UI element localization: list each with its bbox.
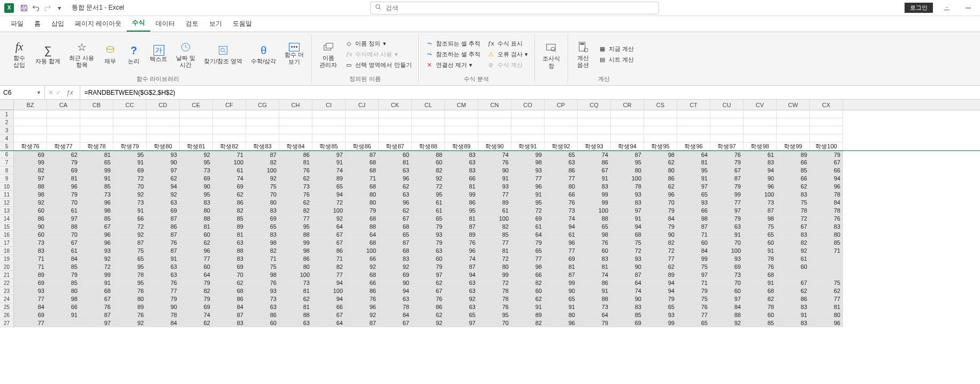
cell[interactable]: 66 bbox=[346, 279, 379, 287]
cell[interactable]: 75 bbox=[246, 263, 279, 271]
column-header[interactable]: CC bbox=[113, 100, 147, 110]
cell[interactable] bbox=[644, 118, 677, 126]
cell[interactable]: 61 bbox=[47, 247, 80, 255]
cell[interactable]: 94 bbox=[147, 183, 180, 191]
cell[interactable] bbox=[644, 126, 677, 134]
row-header[interactable]: 1 bbox=[0, 110, 14, 118]
cell[interactable] bbox=[147, 134, 180, 142]
cell[interactable]: 96 bbox=[744, 183, 777, 191]
cell[interactable] bbox=[47, 110, 80, 118]
row-header[interactable]: 16 bbox=[0, 231, 14, 239]
cell[interactable]: 88 bbox=[213, 247, 246, 255]
cell[interactable]: 92 bbox=[113, 191, 147, 199]
cell[interactable]: 99 bbox=[279, 239, 312, 247]
cell[interactable] bbox=[246, 126, 279, 134]
cell[interactable]: 92 bbox=[312, 215, 346, 223]
cell[interactable]: 83 bbox=[578, 255, 611, 263]
cell[interactable]: 76 bbox=[346, 295, 379, 303]
cell[interactable] bbox=[14, 134, 47, 142]
cell[interactable]: 68 bbox=[346, 239, 379, 247]
row-header[interactable]: 9 bbox=[0, 175, 14, 183]
cell[interactable]: 91 bbox=[113, 159, 147, 167]
cell[interactable]: 66 bbox=[47, 303, 80, 311]
cell[interactable]: 81 bbox=[47, 175, 80, 183]
cell[interactable] bbox=[312, 134, 346, 142]
cell[interactable]: 92 bbox=[777, 247, 810, 255]
cell[interactable]: 63 bbox=[545, 159, 578, 167]
cell[interactable] bbox=[677, 134, 710, 142]
row-header[interactable]: 14 bbox=[0, 215, 14, 223]
logical-button[interactable]: ? 논리 bbox=[123, 42, 144, 66]
cell[interactable]: 83 bbox=[246, 231, 279, 239]
cell[interactable]: 62 bbox=[644, 183, 677, 191]
cell[interactable]: 91 bbox=[113, 207, 147, 215]
cell[interactable]: 63 bbox=[445, 279, 478, 287]
cell[interactable]: 86 bbox=[279, 151, 312, 159]
cell[interactable]: 81 bbox=[279, 159, 312, 167]
cell[interactable]: 94 bbox=[379, 287, 412, 295]
cell[interactable]: 74 bbox=[611, 287, 644, 295]
cell[interactable]: 78 bbox=[744, 255, 777, 263]
cell[interactable]: 79 bbox=[644, 295, 677, 303]
cell[interactable] bbox=[478, 110, 511, 118]
cell[interactable]: 91 bbox=[710, 231, 744, 239]
cell[interactable]: 63 bbox=[246, 303, 279, 311]
cell[interactable] bbox=[578, 110, 611, 118]
cell[interactable]: 82 bbox=[14, 167, 47, 175]
cell[interactable]: 98 bbox=[246, 271, 279, 279]
cell[interactable]: 80 bbox=[113, 295, 147, 303]
cell[interactable]: 69 bbox=[147, 207, 180, 215]
cell[interactable]: 79 bbox=[511, 239, 545, 247]
cell[interactable]: 98 bbox=[47, 295, 80, 303]
cell[interactable]: 86 bbox=[545, 167, 578, 175]
cell[interactable]: 학생89 bbox=[445, 142, 478, 150]
column-header[interactable]: CG bbox=[246, 100, 279, 110]
column-header[interactable]: CU bbox=[710, 100, 744, 110]
column-header[interactable]: CW bbox=[777, 100, 810, 110]
cell[interactable]: 79 bbox=[710, 183, 744, 191]
cell[interactable]: 95 bbox=[279, 223, 312, 231]
cell[interactable]: 100 bbox=[478, 215, 511, 223]
cell[interactable]: 69 bbox=[14, 311, 47, 319]
cell[interactable]: 97 bbox=[312, 151, 346, 159]
cell[interactable]: 63 bbox=[379, 295, 412, 303]
cell[interactable]: 75 bbox=[744, 223, 777, 231]
cell[interactable] bbox=[677, 126, 710, 134]
cell[interactable]: 90 bbox=[644, 231, 677, 239]
cell[interactable]: 86 bbox=[578, 279, 611, 287]
cell[interactable]: 90 bbox=[14, 223, 47, 231]
cell[interactable] bbox=[710, 134, 744, 142]
cell[interactable]: 67 bbox=[379, 319, 412, 327]
cell[interactable]: 88 bbox=[279, 231, 312, 239]
cell[interactable]: 92 bbox=[412, 319, 445, 327]
column-header[interactable]: CX bbox=[810, 100, 843, 110]
cell[interactable]: 89 bbox=[478, 199, 511, 207]
cell[interactable]: 학생87 bbox=[379, 142, 412, 150]
cell[interactable]: 71 bbox=[246, 255, 279, 263]
cell[interactable]: 93 bbox=[246, 287, 279, 295]
cell[interactable]: 72 bbox=[478, 255, 511, 263]
cell[interactable]: 70 bbox=[644, 199, 677, 207]
cell[interactable] bbox=[810, 118, 843, 126]
cell[interactable]: 96 bbox=[379, 199, 412, 207]
cell[interactable]: 98 bbox=[246, 239, 279, 247]
cell[interactable]: 64 bbox=[511, 231, 545, 239]
cell[interactable]: 96 bbox=[80, 239, 113, 247]
cell[interactable]: 74 bbox=[445, 255, 478, 263]
column-header[interactable]: CT bbox=[677, 100, 710, 110]
cell[interactable]: 79 bbox=[412, 263, 445, 271]
cell[interactable]: 80 bbox=[810, 311, 843, 319]
cell[interactable]: 75 bbox=[810, 279, 843, 287]
cell[interactable] bbox=[710, 126, 744, 134]
cell[interactable]: 91 bbox=[744, 247, 777, 255]
cell[interactable]: 90 bbox=[478, 167, 511, 175]
cell[interactable]: 63 bbox=[379, 191, 412, 199]
cell[interactable]: 68 bbox=[213, 287, 246, 295]
cell[interactable] bbox=[14, 110, 47, 118]
cell[interactable]: 학생79 bbox=[113, 142, 147, 150]
cell[interactable]: 83 bbox=[213, 255, 246, 263]
cell[interactable]: 83 bbox=[213, 319, 246, 327]
cell[interactable] bbox=[180, 118, 213, 126]
column-header[interactable]: CB bbox=[80, 100, 113, 110]
cell[interactable]: 82 bbox=[213, 207, 246, 215]
